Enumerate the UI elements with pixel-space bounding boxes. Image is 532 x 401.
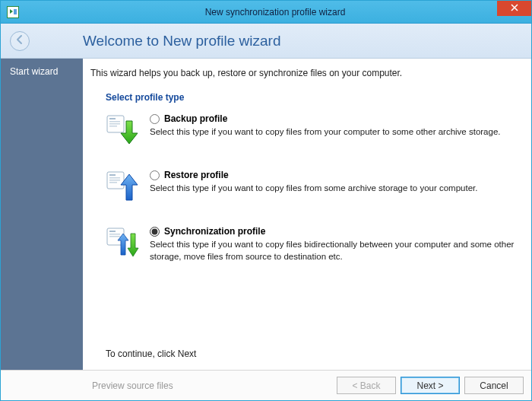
svg-rect-13 [109,236,120,237]
backup-icon [106,113,139,147]
restore-icon [106,170,139,203]
svg-rect-2 [109,121,120,123]
sidebar-item-start-wizard[interactable]: Start wizard [1,59,83,84]
option-backup-radio-row[interactable]: Backup profile [150,113,501,124]
close-button[interactable] [497,1,531,16]
svg-rect-9 [109,182,117,183]
option-restore-radio-row[interactable]: Restore profile [150,170,477,180]
svg-rect-7 [109,177,120,179]
option-backup-title: Backup profile [164,113,227,124]
radio-sync[interactable] [150,227,160,237]
continue-hint: To continue, click Next [106,348,518,359]
title-bar: New synchronization profile wizard [1,1,531,24]
preview-source-label: Preview source files [92,380,173,391]
svg-rect-6 [109,174,116,176]
svg-rect-12 [109,234,120,235]
svg-rect-4 [109,126,117,127]
option-backup: Backup profile Select this type if you w… [106,113,518,147]
content-area: This wizard helps you back up, restore o… [83,59,531,370]
back-button[interactable] [10,31,30,51]
section-heading: Select profile type [106,92,518,103]
svg-rect-1 [109,118,116,119]
sync-icon [106,226,139,259]
option-restore-desc: Select this type if you want to copy fil… [150,183,477,195]
svg-rect-8 [109,180,120,181]
window-title: New synchronization profile wizard [19,7,531,18]
svg-rect-3 [109,123,120,125]
close-icon [511,3,518,14]
arrow-left-icon [14,34,25,47]
footer: Preview source files < Back Next > Cance… [1,370,531,400]
page-title: Welcome to New profile wizard [83,33,280,49]
app-icon [7,6,19,18]
radio-restore[interactable] [150,170,160,180]
sidebar: Start wizard [1,59,83,370]
option-restore: Restore profile Select this type if you … [106,170,518,203]
svg-rect-11 [109,231,116,232]
back-nav-button[interactable]: < Back [337,377,396,394]
option-restore-title: Restore profile [164,170,229,180]
next-button[interactable]: Next > [401,377,460,394]
cancel-button[interactable]: Cancel [464,377,524,394]
option-sync-title: Synchronization profile [164,226,265,237]
header-band: Welcome to New profile wizard [1,24,531,59]
sidebar-item-label: Start wizard [10,66,58,77]
option-sync-desc: Select this type if you want to copy fil… [150,239,515,263]
option-sync-radio-row[interactable]: Synchronization profile [150,226,515,237]
option-backup-desc: Select this type if you want to copy fil… [150,126,501,138]
radio-backup[interactable] [150,114,160,124]
option-sync: Synchronization profile Select this type… [106,226,518,263]
intro-text: This wizard helps you back up, restore o… [90,68,518,78]
